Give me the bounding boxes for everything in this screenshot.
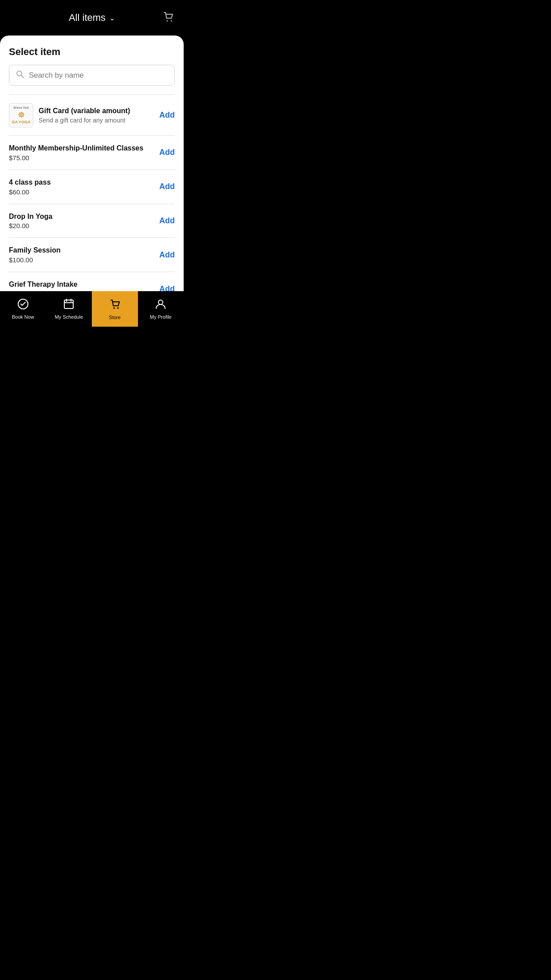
svg-line-3 [21, 75, 24, 78]
header-title-group[interactable]: All items ⌄ [69, 12, 115, 24]
list-item: Illness Hub ☸ GA YOGA Gift Card (variabl… [9, 95, 175, 135]
nav-label-store: Store [109, 315, 121, 320]
add-button[interactable]: Add [157, 249, 175, 261]
list-item: Grief Therapy Intake $150.00 Add [9, 272, 175, 291]
item-info: Family Session $100.00 [9, 246, 152, 264]
add-button[interactable]: Add [157, 283, 175, 291]
nav-label-book-now: Book Now [12, 314, 34, 320]
app-header: All items ⌄ [0, 0, 184, 36]
chevron-down-icon: ⌄ [109, 14, 115, 22]
svg-point-9 [113, 307, 115, 309]
item-price: $60.00 [9, 188, 152, 196]
item-name: Grief Therapy Intake [9, 280, 152, 289]
cart-button[interactable] [162, 11, 175, 25]
add-button[interactable]: Add [157, 146, 175, 159]
calendar-icon [63, 298, 75, 312]
item-price: $100.00 [9, 256, 152, 264]
add-button[interactable]: Add [157, 109, 175, 122]
item-name: Drop In Yoga [9, 212, 152, 221]
add-button[interactable]: Add [157, 214, 175, 227]
search-input[interactable] [29, 71, 168, 80]
item-info: Grief Therapy Intake $150.00 [9, 280, 152, 291]
nav-item-store[interactable]: Store [92, 291, 138, 327]
item-info: 4 class pass $60.00 [9, 178, 152, 196]
svg-point-11 [158, 300, 163, 304]
nav-item-my-schedule[interactable]: My Schedule [46, 291, 92, 327]
item-info: Monthly Membership-Unlimited Classes $75… [9, 144, 152, 162]
item-name: Family Session [9, 246, 152, 255]
item-name: 4 class pass [9, 178, 152, 187]
svg-rect-5 [64, 300, 73, 308]
item-name: Gift Card (variable amount) [39, 107, 152, 116]
check-circle-icon [17, 298, 29, 312]
item-thumbnail: Illness Hub ☸ GA YOGA [9, 103, 33, 127]
header-title: All items [69, 12, 106, 24]
nav-item-book-now[interactable]: Book Now [0, 291, 46, 327]
item-price: $75.00 [9, 154, 152, 162]
items-panel: Select item Illness Hub ☸ GA YOGA Gift C… [0, 36, 184, 291]
panel-title: Select item [9, 46, 175, 58]
svg-point-10 [117, 307, 119, 309]
item-info: Drop In Yoga $20.00 [9, 212, 152, 230]
search-bar[interactable] [9, 65, 175, 86]
item-description: Send a gift card for any amount [39, 117, 152, 124]
item-name: Monthly Membership-Unlimited Classes [9, 144, 152, 153]
list-item: Drop In Yoga $20.00 Add [9, 204, 175, 238]
svg-point-0 [167, 20, 168, 22]
search-icon [16, 70, 24, 81]
person-icon [155, 298, 166, 312]
bottom-navigation: Book Now My Schedule Store [0, 291, 184, 327]
nav-label-my-profile: My Profile [150, 314, 172, 320]
item-price: $20.00 [9, 222, 152, 229]
list-item: Monthly Membership-Unlimited Classes $75… [9, 136, 175, 170]
list-item: 4 class pass $60.00 Add [9, 170, 175, 204]
nav-item-my-profile[interactable]: My Profile [138, 291, 184, 327]
store-cart-icon [109, 298, 121, 313]
svg-point-1 [171, 20, 172, 22]
nav-label-my-schedule: My Schedule [55, 314, 83, 320]
add-button[interactable]: Add [157, 180, 175, 193]
list-item: Family Session $100.00 Add [9, 238, 175, 272]
item-info: Gift Card (variable amount) Send a gift … [39, 107, 152, 124]
